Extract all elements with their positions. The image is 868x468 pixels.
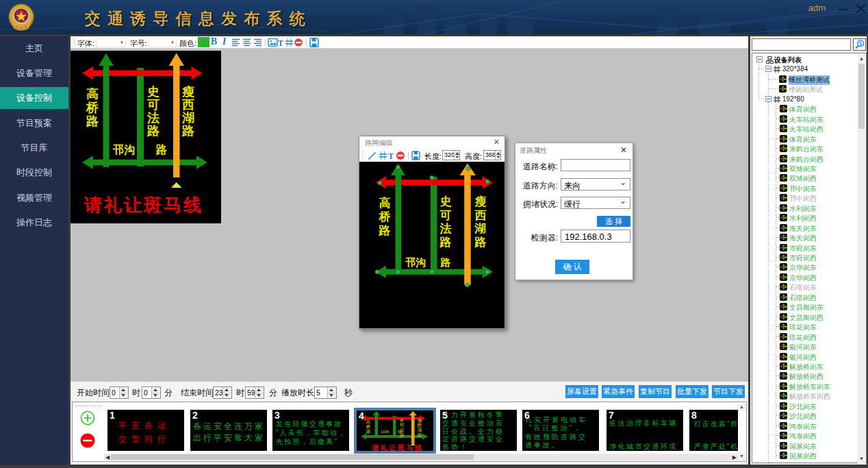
svg-text:T: T	[278, 38, 283, 47]
svg-text:湖: 湖	[181, 111, 194, 125]
svg-text:湖: 湖	[418, 428, 422, 432]
svg-text:请礼让斑马线: 请礼让斑马线	[372, 444, 424, 452]
svg-text:高: 高	[366, 419, 371, 424]
svg-text:路: 路	[418, 432, 422, 438]
svg-text:瘦: 瘦	[181, 85, 194, 99]
svg-text:路: 路	[474, 236, 487, 249]
svg-text:邗沟: 邗沟	[405, 256, 426, 268]
svg-text:史: 史	[440, 195, 452, 208]
svg-text:路: 路	[155, 143, 167, 156]
svg-text:可: 可	[146, 98, 159, 112]
svg-text:可: 可	[439, 209, 452, 222]
svg-text:路: 路	[379, 224, 391, 237]
svg-text:$: $	[859, 41, 862, 47]
svg-text:路: 路	[146, 124, 159, 138]
svg-text:58: 58	[398, 430, 402, 434]
svg-text:路: 路	[440, 256, 451, 268]
svg-text:邗沟: 邗沟	[112, 144, 135, 156]
svg-text:西: 西	[474, 209, 487, 222]
svg-text:路: 路	[181, 124, 194, 138]
svg-text:法: 法	[439, 222, 452, 235]
svg-text:法: 法	[146, 111, 159, 125]
svg-text:西: 西	[181, 98, 194, 112]
svg-text:桥: 桥	[86, 101, 99, 114]
svg-text:湖: 湖	[474, 222, 487, 235]
svg-text:史: 史	[147, 85, 159, 99]
svg-text:可: 可	[400, 423, 405, 428]
svg-text:西: 西	[417, 423, 422, 428]
svg-text:高: 高	[379, 196, 391, 210]
svg-text:瘦: 瘦	[474, 195, 487, 208]
svg-text:桥: 桥	[379, 210, 392, 223]
svg-text:1034: 1034	[381, 430, 389, 434]
svg-text:T: T	[388, 151, 394, 160]
svg-text:高: 高	[86, 87, 99, 101]
svg-text:请礼让斑马线: 请礼让斑马线	[84, 195, 203, 215]
svg-text:路: 路	[366, 429, 371, 434]
svg-text:桥: 桥	[366, 424, 371, 429]
svg-text:路: 路	[86, 114, 99, 128]
svg-text:路: 路	[439, 236, 452, 249]
